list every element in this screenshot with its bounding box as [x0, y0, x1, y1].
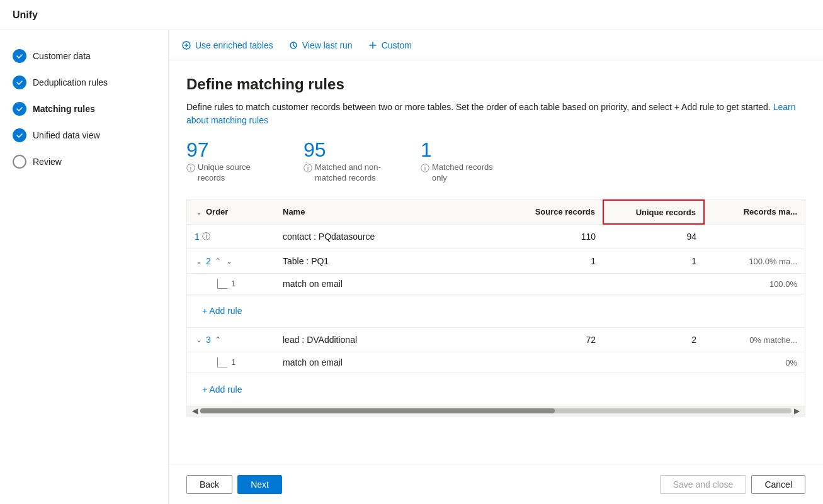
collapse-row3-btn[interactable]: ⌄: [195, 334, 203, 345]
table-row: 1 ⓘ contact : PQdatasource 110 94: [187, 224, 805, 249]
unique-cell-1: 94: [603, 224, 704, 249]
unique-cell-2: 1: [603, 249, 704, 273]
sidebar-item-dedup-rules[interactable]: Deduplication rules: [0, 69, 168, 96]
records-cell-3: 0% matche...: [704, 327, 805, 352]
order-cell-2: ⌄ 2 ⌃ ⌄: [187, 249, 275, 273]
sidebar-label-unified-data: Unified data view: [33, 130, 100, 140]
cancel-button[interactable]: Cancel: [751, 475, 805, 494]
add-rule-row-1: + Add rule: [187, 294, 805, 327]
sidebar-item-review[interactable]: Review: [0, 148, 168, 175]
collapse-all-btn[interactable]: ⌄: [195, 206, 203, 218]
col-header-name: Name: [275, 200, 502, 225]
table-row: 1 match on email 100.0%: [187, 273, 805, 294]
stat-matched-label: Matched and non-matched records: [315, 162, 390, 184]
scrollbar-thumb[interactable]: [200, 408, 555, 413]
sub-order-cell-2: 1: [187, 352, 275, 372]
sidebar-item-customer-data[interactable]: Customer data: [0, 43, 168, 69]
sub-name-cell-1: match on email: [275, 273, 502, 294]
view-icon: [288, 40, 298, 50]
source-cell-2: 1: [502, 249, 603, 273]
name-cell-1: contact : PQdatasource: [275, 224, 502, 249]
add-rule-row-2: + Add rule: [187, 372, 805, 406]
name-cell-3: lead : DVAdditional: [275, 327, 502, 352]
completed-icon-1: [13, 49, 26, 63]
stat-matched-nonmatched: 95 ⓘ Matched and non-matched records: [304, 140, 390, 184]
order-cell-3: ⌄ 3 ⌃: [187, 327, 275, 352]
stat-info-icon-3[interactable]: ⓘ: [421, 163, 429, 174]
stat-matched-only: 1 ⓘ Matched records only: [421, 140, 508, 184]
sidebar-item-matching-rules[interactable]: Matching rules: [0, 96, 168, 122]
records-cell-1: [704, 224, 805, 249]
stat-info-icon-1[interactable]: ⓘ: [186, 163, 195, 174]
completed-icon-4: [13, 128, 26, 142]
stat-unique-number: 97: [186, 140, 209, 160]
next-button[interactable]: Next: [237, 475, 282, 494]
sidebar: Customer data Deduplication rules Matchi…: [0, 30, 169, 504]
stat-unique-source: 97 ⓘ Unique source records: [186, 140, 273, 184]
down-row2-btn[interactable]: ⌄: [225, 255, 234, 267]
table-scroll: ⌄ Order Name Source records Unique recor…: [187, 199, 805, 406]
empty-icon-5: [13, 155, 26, 169]
sidebar-label-review: Review: [33, 157, 62, 167]
footer-left: Back Next: [186, 475, 282, 494]
col-header-records-matched: Records ma...: [704, 200, 805, 225]
matching-rules-table: ⌄ Order Name Source records Unique recor…: [186, 199, 805, 417]
add-rule-button-1[interactable]: + Add rule: [195, 301, 249, 321]
source-cell-1: 110: [502, 224, 603, 249]
sub-order-cell-1: 1: [187, 273, 275, 294]
stat-matched-number: 95: [304, 140, 326, 160]
rules-table: ⌄ Order Name Source records Unique recor…: [187, 199, 805, 406]
custom-icon: [368, 40, 378, 50]
sub-name-cell-2: match on email: [275, 352, 502, 372]
enriched-icon: [181, 40, 191, 50]
scroll-left-arrow[interactable]: ◀: [190, 406, 200, 415]
stat-matched-only-number: 1: [421, 140, 432, 160]
sidebar-label-customer-data: Customer data: [33, 51, 91, 61]
toolbar: Use enriched tables View last run Custom: [169, 30, 823, 60]
stat-matched-only-label: Matched records only: [432, 162, 508, 184]
stats-row: 97 ⓘ Unique source records 95 ⓘ Matched …: [186, 140, 805, 184]
table-row: ⌄ 2 ⌃ ⌄ Table : PQ1 1 1 100.0% ma...: [187, 249, 805, 273]
sidebar-label-dedup-rules: Deduplication rules: [33, 77, 108, 87]
sub-records-cell-1: 100.0%: [704, 273, 805, 294]
use-enriched-button[interactable]: Use enriched tables: [181, 40, 273, 50]
page-description: Define rules to match customer records b…: [186, 101, 805, 127]
table-row: ⌄ 3 ⌃ lead : DVAdditional 72 2 0% matche…: [187, 327, 805, 352]
page-title: Define matching rules: [186, 76, 805, 93]
back-button[interactable]: Back: [186, 475, 232, 494]
sidebar-label-matching-rules: Matching rules: [33, 104, 95, 114]
col-header-source: Source records: [502, 200, 603, 225]
save-close-button[interactable]: Save and close: [660, 475, 747, 494]
order-cell-1: 1 ⓘ: [187, 224, 275, 249]
col-header-unique: Unique records: [603, 200, 704, 225]
app-title: Unify: [13, 9, 38, 21]
sub-records-cell-2: 0%: [704, 352, 805, 372]
custom-button[interactable]: Custom: [368, 40, 412, 50]
content-area: Use enriched tables View last run Custom…: [169, 30, 823, 504]
sidebar-item-unified-data[interactable]: Unified data view: [0, 122, 168, 148]
completed-icon-3: [13, 102, 26, 116]
row1-info-icon[interactable]: ⓘ: [202, 231, 210, 242]
table-row: 1 match on email 0%: [187, 352, 805, 372]
scroll-right-arrow[interactable]: ▶: [792, 406, 802, 415]
footer-right: Save and close Cancel: [660, 475, 805, 494]
view-last-run-button[interactable]: View last run: [288, 40, 353, 50]
col-header-order: ⌄ Order: [187, 200, 275, 225]
footer: Back Next Save and close Cancel: [169, 464, 823, 504]
main-content: Define matching rules Define rules to ma…: [169, 60, 823, 464]
stat-info-icon-2[interactable]: ⓘ: [304, 163, 312, 174]
records-cell-2: 100.0% ma...: [704, 249, 805, 273]
main-layout: Customer data Deduplication rules Matchi…: [0, 30, 823, 504]
add-rule-button-2[interactable]: + Add rule: [195, 379, 249, 400]
name-cell-2: Table : PQ1: [275, 249, 502, 273]
horizontal-scrollbar[interactable]: ◀ ▶: [187, 406, 805, 416]
completed-icon-2: [13, 76, 26, 89]
unique-cell-3: 2: [603, 327, 704, 352]
top-header: Unify: [0, 0, 823, 30]
source-cell-3: 72: [502, 327, 603, 352]
collapse-row2-btn[interactable]: ⌄: [195, 255, 203, 267]
up-row3-btn[interactable]: ⌃: [213, 334, 222, 345]
stat-unique-label: Unique source records: [198, 162, 273, 184]
scrollbar-track[interactable]: [200, 408, 792, 413]
up-row2-btn[interactable]: ⌃: [213, 255, 222, 267]
